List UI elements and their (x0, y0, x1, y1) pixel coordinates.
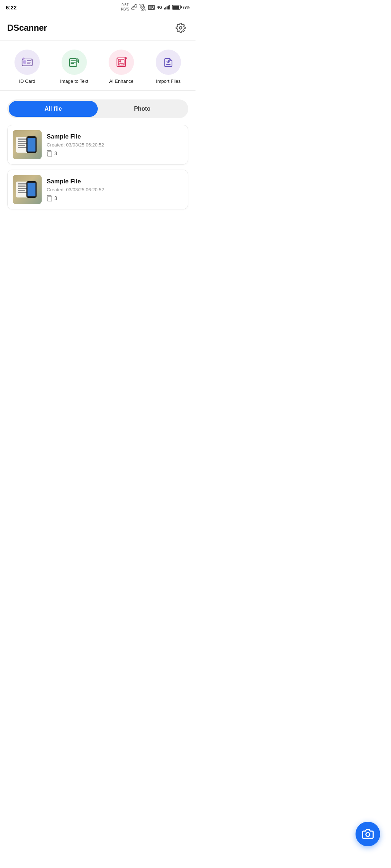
gear-icon (176, 23, 186, 33)
network-speed: 0.57KB/S (121, 3, 129, 12)
file-info-1: Sample File Created: 03/03/25 06:20:52 3 (47, 133, 183, 157)
app-title: DScanner (7, 23, 47, 33)
svg-rect-28 (48, 152, 52, 157)
status-bar: 6:22 0.57KB/S HD 4G 79% (0, 0, 196, 14)
action-ai-enhance[interactable]: AI Enhance (101, 50, 141, 84)
id-card-label: ID Card (19, 78, 35, 84)
svg-rect-6 (168, 6, 169, 10)
file-name-1: Sample File (47, 133, 183, 140)
file-info-2: Sample File Created: 03/03/25 06:20:52 3 (47, 178, 183, 201)
file-thumb-2 (13, 175, 42, 204)
import-files-icon-circle (156, 50, 181, 75)
svg-rect-10 (181, 6, 182, 8)
file-card-2[interactable]: Sample File Created: 03/03/25 06:20:52 3 (7, 170, 188, 209)
file-thumb-1 (13, 130, 42, 159)
tab-all-file[interactable]: All file (9, 101, 98, 117)
ai-enhance-label: AI Enhance (109, 78, 133, 84)
image-to-text-label: Image to Text (60, 78, 88, 84)
id-card-icon (21, 56, 34, 69)
file-page-icon-2 (47, 195, 52, 201)
action-image-to-text[interactable]: Image to Text (54, 50, 94, 84)
tab-bar: All file Photo (7, 99, 188, 118)
svg-rect-30 (48, 196, 52, 201)
ai-enhance-icon-circle (109, 50, 134, 75)
file-date-1: Created: 03/03/25 06:20:52 (47, 142, 183, 148)
mute-icon (139, 4, 146, 10)
phone-preview-2 (26, 181, 37, 198)
file-date-2: Created: 03/03/25 06:20:52 (47, 187, 183, 192)
status-time: 6:22 (6, 4, 17, 10)
file-name-2: Sample File (47, 178, 183, 185)
file-page-icon-1 (47, 150, 52, 157)
quick-actions: ID Card Image to Text (0, 41, 196, 91)
svg-rect-5 (167, 6, 168, 9)
network-type: 4G (157, 5, 162, 9)
svg-point-17 (22, 58, 25, 60)
import-files-label: Import Files (156, 78, 181, 84)
ai-enhance-icon (115, 56, 128, 69)
svg-rect-13 (23, 60, 26, 64)
header: DScanner (0, 14, 196, 41)
image-to-text-icon-circle (62, 50, 87, 75)
id-card-icon-circle (14, 50, 40, 75)
file-card-1[interactable]: Sample File Created: 03/03/25 06:20:52 3 (7, 125, 188, 165)
file-pages-1: 3 (47, 150, 183, 157)
action-import-files[interactable]: Import Files (148, 50, 188, 84)
settings-button[interactable] (173, 20, 188, 35)
link-icon (131, 4, 138, 10)
phone-preview-1 (26, 136, 37, 153)
status-right: 0.57KB/S HD 4G 79% (121, 3, 190, 12)
signal-icon (164, 5, 171, 10)
svg-rect-4 (165, 7, 167, 9)
svg-rect-9 (173, 6, 179, 9)
battery-icon: 79% (172, 5, 190, 10)
action-id-card[interactable]: ID Card (7, 50, 47, 84)
file-list: Sample File Created: 03/03/25 06:20:52 3 (0, 125, 196, 209)
tab-photo[interactable]: Photo (98, 101, 187, 117)
svg-rect-7 (169, 5, 170, 10)
image-to-text-icon (68, 56, 81, 69)
hd-badge: HD (148, 5, 155, 10)
import-files-icon (162, 56, 175, 69)
svg-point-11 (180, 27, 182, 29)
svg-rect-3 (164, 8, 165, 10)
file-pages-2: 3 (47, 195, 183, 201)
